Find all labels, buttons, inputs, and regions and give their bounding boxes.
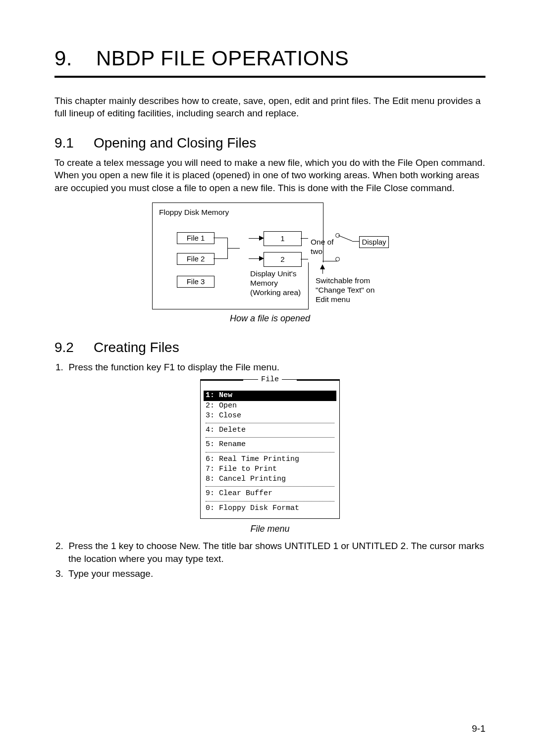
menu-separator xyxy=(206,423,334,423)
chapter-title-text: NBDP FILE OPERATIONS xyxy=(96,45,349,73)
steps-rest: 2. Press the 1 key to choose New. The ti… xyxy=(54,540,485,580)
file-menu-item[interactable]: 8: Cancel Printing xyxy=(206,474,334,484)
file3-box: File 3 xyxy=(177,276,214,288)
file-menu-title: File xyxy=(258,375,282,384)
file-menu-item[interactable]: 3: Close xyxy=(206,411,334,421)
step-1: 1. Press the function key F1 to display … xyxy=(54,361,485,374)
chapter-title: 9. NBDP FILE OPERATIONS xyxy=(54,45,485,73)
file-menu-item[interactable]: 2: Open xyxy=(206,401,334,411)
display-box: Display xyxy=(359,236,389,248)
menu-separator xyxy=(206,486,334,487)
section-9-1-body: To create a telex message you will need … xyxy=(54,156,485,195)
menu-separator xyxy=(206,437,334,438)
file-menu-item[interactable]: 4: Delete xyxy=(206,425,334,435)
slot1-box: 1 xyxy=(264,231,302,246)
section-number: 9.2 xyxy=(54,338,74,357)
one-of-two-label: One of two xyxy=(311,237,334,256)
menu-separator xyxy=(206,501,334,502)
step-3: 3. Type your message. xyxy=(54,567,485,580)
file-menu-item[interactable]: 5: Rename xyxy=(206,440,334,450)
memory-label: Display Unit's Memory (Working area) xyxy=(250,269,301,298)
chapter-rule xyxy=(54,76,485,78)
chapter-intro: This chapter mainly describes how to cre… xyxy=(54,95,485,120)
open-file-diagram: Floppy Disk Memory File 1 File 2 File 3 … xyxy=(152,202,388,308)
menu-separator xyxy=(206,452,334,453)
diagram1-caption: How a file is opened xyxy=(54,312,485,324)
step-2: 2. Press the 1 key to choose New. The ti… xyxy=(54,540,485,565)
floppy-label: Floppy Disk Memory xyxy=(159,207,229,217)
switch-label: Switchable from "Change Text" on Edit me… xyxy=(316,276,374,304)
chapter-number: 9. xyxy=(54,45,72,73)
file-menu-item[interactable]: 6: Real Time Printing xyxy=(206,454,334,464)
file-menu-diagram: File 1: New2: Open3: Close4: Delete5: Re… xyxy=(200,379,340,519)
file-menu-item[interactable]: 7: File to Print xyxy=(206,464,334,474)
file-menu-item[interactable]: 1: New xyxy=(204,391,336,401)
section-number: 9.1 xyxy=(54,134,74,152)
file-menu-item[interactable]: 9: Clear Buffer xyxy=(206,489,334,499)
section-9-2-title: 9.2 Creating Files xyxy=(54,338,485,357)
file1-box: File 1 xyxy=(177,232,214,244)
file2-box: File 2 xyxy=(177,253,214,265)
section-9-1-title: 9.1 Opening and Closing Files xyxy=(54,134,485,152)
steps-top: 1. Press the function key F1 to display … xyxy=(54,361,485,374)
file-menu-item[interactable]: 0: Floppy Disk Format xyxy=(206,504,334,513)
section-title-text: Opening and Closing Files xyxy=(94,134,256,152)
section-title-text: Creating Files xyxy=(94,338,179,357)
file-menu-caption: File menu xyxy=(54,523,485,535)
slot2-box: 2 xyxy=(264,252,302,267)
